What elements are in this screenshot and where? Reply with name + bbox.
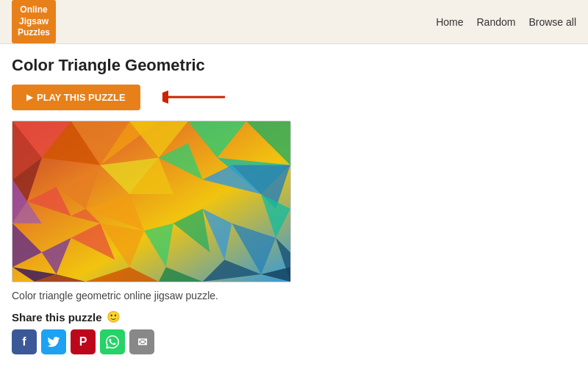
share-twitter-button[interactable] xyxy=(41,329,66,354)
share-facebook-button[interactable]: f xyxy=(12,329,37,354)
puzzle-image xyxy=(12,121,291,282)
logo-line1: Online xyxy=(20,4,47,15)
site-header: Online Jigsaw Puzzles Home Random Browse… xyxy=(0,0,588,44)
logo-line3: Puzzles xyxy=(18,27,50,38)
nav-browse[interactable]: Browse all xyxy=(528,16,576,28)
red-arrow-annotation xyxy=(162,84,229,110)
play-button-row: ▶ PLAY THIS PUZZLE xyxy=(12,84,576,110)
share-title: Share this puzzle 🙂 xyxy=(12,310,576,324)
nav-random[interactable]: Random xyxy=(476,16,515,28)
share-email-button[interactable]: ✉ xyxy=(129,329,154,354)
play-button-label: PLAY THIS PUZZLE xyxy=(37,92,126,103)
share-whatsapp-button[interactable] xyxy=(100,329,125,354)
play-puzzle-button[interactable]: ▶ PLAY THIS PUZZLE xyxy=(12,85,140,110)
main-nav: Home Random Browse all xyxy=(436,16,576,28)
share-buttons-container: f P ✉ xyxy=(12,329,576,354)
share-label-text: Share this puzzle xyxy=(12,311,102,324)
puzzle-description: Color triangle geometric online jigsaw p… xyxy=(12,290,576,301)
share-emoji: 🙂 xyxy=(107,310,121,324)
logo-line2: Jigsaw xyxy=(19,16,49,26)
play-arrow-icon: ▶ xyxy=(26,93,32,102)
nav-home[interactable]: Home xyxy=(436,16,463,28)
main-content: Color Triangle Geometric ▶ PLAY THIS PUZ… xyxy=(0,44,588,375)
share-pinterest-button[interactable]: P xyxy=(71,329,96,354)
page-title: Color Triangle Geometric xyxy=(12,56,576,75)
site-logo[interactable]: Online Jigsaw Puzzles xyxy=(12,0,56,43)
